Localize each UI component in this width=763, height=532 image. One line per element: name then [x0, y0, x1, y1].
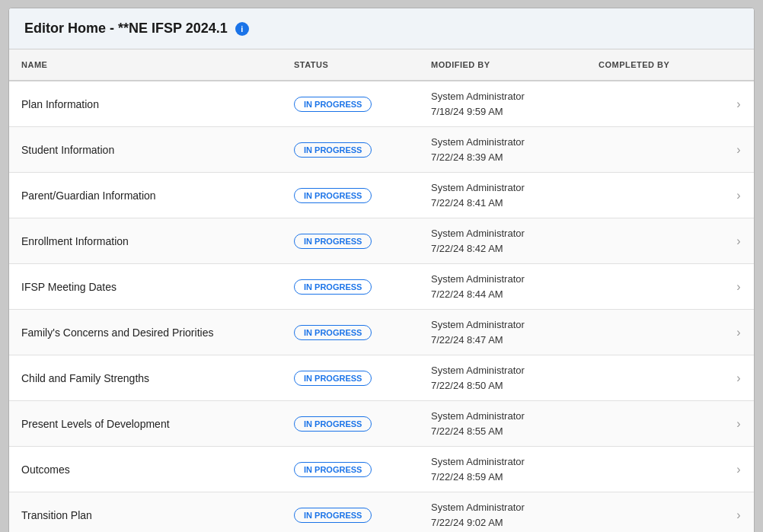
row-chevron-icon: › [723, 326, 754, 339]
row-name: IFSP Meeting Dates [9, 273, 282, 301]
row-completed-by [586, 188, 723, 203]
row-status: IN PROGRESS [282, 135, 419, 165]
row-modified-by: System Administrator7/22/24 8:44 AM [419, 264, 586, 309]
row-completed-by [586, 462, 723, 477]
col-header-name: NAME [9, 57, 282, 72]
row-modified-by: System Administrator7/22/24 8:41 AM [419, 173, 586, 218]
row-completed-by [586, 325, 723, 340]
table-row[interactable]: Transition Plan IN PROGRESS System Admin… [9, 492, 754, 532]
row-name: Plan Information [9, 91, 282, 118]
row-chevron-icon: › [723, 97, 754, 111]
row-completed-by [586, 234, 723, 249]
row-completed-by [586, 279, 723, 295]
row-name: Outcomes [9, 456, 282, 483]
row-modified-by: System Administrator7/22/24 8:50 AM [419, 355, 586, 400]
status-badge: IN PROGRESS [294, 371, 372, 386]
page-header: Editor Home - **NE IFSP 2024.1 i [9, 8, 754, 49]
info-icon[interactable]: i [235, 22, 249, 36]
status-badge: IN PROGRESS [294, 325, 372, 340]
row-chevron-icon: › [723, 463, 754, 476]
row-status: IN PROGRESS [282, 409, 419, 439]
status-badge: IN PROGRESS [294, 234, 372, 249]
row-chevron-icon: › [723, 234, 754, 248]
row-completed-by [586, 416, 723, 432]
table-row[interactable]: Present Levels of Development IN PROGRES… [9, 401, 754, 447]
row-name: Transition Plan [9, 502, 282, 529]
row-status: IN PROGRESS [282, 226, 419, 256]
status-badge: IN PROGRESS [294, 142, 372, 158]
row-modified-by: System Administrator7/22/24 8:55 AM [419, 401, 586, 446]
col-header-completed: COMPLETED BY [586, 57, 723, 72]
table-header: NAME STATUS MODIFIED BY COMPLETED BY [9, 49, 754, 81]
row-modified-by: System Administrator7/18/24 9:59 AM [419, 81, 586, 126]
row-status: IN PROGRESS [282, 500, 419, 530]
row-modified-by: System Administrator7/22/24 8:42 AM [419, 218, 586, 263]
row-chevron-icon: › [723, 371, 754, 385]
row-status: IN PROGRESS [282, 180, 419, 211]
table-row[interactable]: IFSP Meeting Dates IN PROGRESS System Ad… [9, 264, 754, 310]
table-body: Plan Information IN PROGRESS System Admi… [9, 81, 754, 532]
status-badge: IN PROGRESS [294, 462, 372, 477]
row-completed-by [586, 97, 723, 112]
row-chevron-icon: › [723, 508, 754, 522]
page-title: Editor Home - **NE IFSP 2024.1 [24, 21, 228, 37]
row-chevron-icon: › [723, 417, 754, 431]
table-row[interactable]: Outcomes IN PROGRESS System Administrato… [9, 447, 754, 492]
row-modified-by: System Administrator7/22/24 9:02 AM [419, 492, 586, 532]
row-chevron-icon: › [723, 189, 754, 202]
row-name: Student Information [9, 136, 282, 164]
table-row[interactable]: Family's Concerns and Desired Priorities… [9, 310, 754, 355]
row-completed-by [586, 508, 723, 523]
table-row[interactable]: Enrollment Information IN PROGRESS Syste… [9, 218, 754, 264]
col-header-modified: MODIFIED BY [419, 57, 586, 72]
row-status: IN PROGRESS [282, 363, 419, 393]
row-chevron-icon: › [723, 280, 754, 294]
main-container: Editor Home - **NE IFSP 2024.1 i NAME ST… [8, 8, 755, 532]
row-completed-by [586, 371, 723, 386]
row-name: Child and Family Strengths [9, 365, 282, 392]
status-badge: IN PROGRESS [294, 97, 372, 112]
table-row[interactable]: Plan Information IN PROGRESS System Admi… [9, 81, 754, 127]
status-badge: IN PROGRESS [294, 416, 372, 432]
col-header-status: STATUS [282, 57, 419, 72]
row-status: IN PROGRESS [282, 317, 419, 348]
row-status: IN PROGRESS [282, 89, 419, 119]
row-name: Family's Concerns and Desired Priorities [9, 319, 282, 346]
row-name: Enrollment Information [9, 228, 282, 255]
row-modified-by: System Administrator7/22/24 8:59 AM [419, 447, 586, 492]
col-header-chevron [723, 57, 754, 72]
table-row[interactable]: Child and Family Strengths IN PROGRESS S… [9, 355, 754, 401]
row-name: Parent/Guardian Information [9, 182, 282, 209]
row-name: Present Levels of Development [9, 410, 282, 438]
row-chevron-icon: › [723, 143, 754, 157]
row-modified-by: System Administrator7/22/24 8:39 AM [419, 127, 586, 172]
row-status: IN PROGRESS [282, 272, 419, 302]
row-modified-by: System Administrator7/22/24 8:47 AM [419, 310, 586, 355]
row-status: IN PROGRESS [282, 454, 419, 485]
status-badge: IN PROGRESS [294, 279, 372, 295]
row-completed-by [586, 142, 723, 158]
table-row[interactable]: Student Information IN PROGRESS System A… [9, 127, 754, 173]
status-badge: IN PROGRESS [294, 508, 372, 523]
table-row[interactable]: Parent/Guardian Information IN PROGRESS … [9, 173, 754, 218]
status-badge: IN PROGRESS [294, 188, 372, 203]
